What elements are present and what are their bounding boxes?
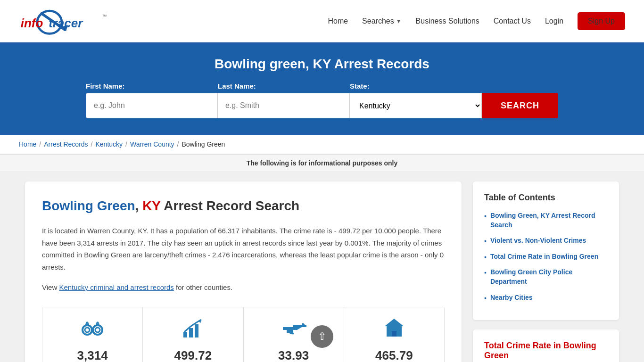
svg-point-6 [83, 325, 92, 335]
logo[interactable]: info tracer ™ [19, 6, 115, 36]
svg-text:tracer: tracer [49, 16, 83, 30]
breadcrumb-bowling-green: Bowling Green [182, 140, 225, 148]
toc-box: Table of Contents ▪ Bowling Green, KY Ar… [473, 181, 619, 320]
header: info tracer ™ Home Searches ▼ Business S… [0, 0, 644, 42]
toc-link-2[interactable]: Violent vs. Non-Violent Crimes [490, 236, 586, 246]
scroll-up-button[interactable]: ⇧ [311, 325, 333, 348]
toc-link-1[interactable]: Bowling Green, KY Arrest Record Search [490, 211, 608, 230]
breadcrumb-warren-county[interactable]: Warren County [130, 140, 174, 148]
gun-icon [280, 316, 307, 344]
hero-title: Bowling green, KY Arrest Records [19, 57, 625, 72]
svg-point-7 [93, 325, 102, 335]
last-name-group: Last Name: [218, 82, 350, 118]
last-name-input[interactable] [218, 93, 350, 118]
main-description: It is located in Warren County, KY. It h… [42, 225, 445, 273]
toc-list: ▪ Bowling Green, KY Arrest Record Search… [484, 211, 608, 302]
toc-bullet-5: ▪ [484, 294, 487, 302]
crime-rate-title: Total Crime Rate in Bowling Green [484, 341, 608, 361]
stats-row: 3,314 499.72 [42, 307, 445, 362]
chart-icon [181, 316, 205, 344]
svg-text:info: info [21, 16, 43, 30]
hero-section: Bowling green, KY Arrest Records First N… [0, 42, 644, 135]
toc-bullet-3: ▪ [484, 253, 487, 261]
breadcrumb-sep-2: / [91, 140, 93, 148]
nav-searches[interactable]: Searches ▼ [362, 17, 401, 25]
toc-bullet-4: ▪ [484, 269, 487, 276]
nav-home[interactable]: Home [328, 17, 348, 25]
breadcrumb-arrest-records[interactable]: Arrest Records [44, 140, 88, 148]
svg-point-10 [95, 328, 100, 332]
toc-item-3: ▪ Total Crime Rate in Bowling Green [484, 252, 608, 262]
stat-violent-value: 33.93 [278, 348, 309, 362]
chevron-down-icon: ▼ [396, 18, 402, 25]
stat-property-value: 465.79 [375, 348, 413, 362]
svg-rect-13 [183, 332, 187, 337]
stat-crime-rate: 499.72 [143, 307, 243, 362]
breadcrumb-sep-1: / [39, 140, 41, 148]
nav-contact-us[interactable]: Contact Us [494, 17, 531, 25]
toc-bullet-2: ▪ [484, 237, 487, 245]
first-name-group: First Name: [86, 82, 218, 118]
nav-login[interactable]: Login [545, 17, 563, 25]
breadcrumb: Home / Arrest Records / Kentucky / Warre… [0, 135, 644, 154]
toc-title: Table of Contents [484, 193, 608, 203]
toc-item-1: ▪ Bowling Green, KY Arrest Record Search [484, 211, 608, 230]
breadcrumb-home[interactable]: Home [19, 140, 36, 148]
nav-signup[interactable]: Sign Up [578, 12, 625, 30]
first-name-input[interactable] [86, 93, 218, 118]
search-button[interactable]: SEARCH [482, 93, 558, 118]
svg-point-9 [85, 328, 90, 332]
main-nav: Home Searches ▼ Business Solutions Conta… [328, 12, 625, 30]
main-description2: View Kentucky criminal and arrest record… [42, 281, 445, 294]
search-form: First Name: Last Name: State: Kentucky A… [63, 82, 581, 118]
heading-city: Bowling Green [42, 198, 135, 213]
toc-item-4: ▪ Bowling Green City Police Department [484, 268, 608, 286]
sidebar: Table of Contents ▪ Bowling Green, KY Ar… [473, 181, 619, 362]
crime-rate-box: Total Crime Rate in Bowling Green [473, 329, 619, 362]
stat-arrests: 3,314 [42, 307, 143, 362]
svg-rect-12 [96, 323, 99, 326]
toc-link-4[interactable]: Bowling Green City Police Department [490, 268, 608, 286]
toc-item-5: ▪ Nearby Cities [484, 293, 608, 303]
svg-rect-14 [189, 328, 193, 337]
left-content: Bowling Green, KY Arrest Record Search I… [25, 181, 462, 362]
svg-text:™: ™ [102, 14, 107, 19]
info-banner: The following is for informational purpo… [0, 154, 644, 172]
heading-state: KY [142, 198, 160, 213]
toc-bullet-1: ▪ [484, 212, 487, 220]
state-select[interactable]: Kentucky Alabama Alaska Arizona Arkansas… [350, 93, 482, 118]
nav-business-solutions[interactable]: Business Solutions [416, 17, 479, 25]
svg-rect-11 [85, 323, 89, 326]
house-icon [382, 316, 406, 344]
svg-rect-15 [195, 324, 198, 337]
handcuffs-icon [80, 316, 105, 344]
svg-rect-19 [392, 331, 396, 337]
stat-arrests-value: 3,314 [77, 348, 108, 362]
ky-records-link[interactable]: Kentucky criminal and arrest records [59, 283, 173, 291]
toc-item-2: ▪ Violent vs. Non-Violent Crimes [484, 236, 608, 246]
stat-property: 465.79 [344, 307, 444, 362]
svg-rect-17 [302, 325, 306, 327]
page-heading: Bowling Green, KY Arrest Record Search [42, 198, 445, 214]
breadcrumb-kentucky[interactable]: Kentucky [96, 140, 123, 148]
state-group: State: Kentucky Alabama Alaska Arizona A… [350, 82, 482, 118]
stat-crime-rate-value: 499.72 [174, 348, 212, 362]
state-label: State: [350, 82, 370, 90]
breadcrumb-sep-4: / [177, 140, 179, 148]
heading-rest: Arrest Record Search [164, 198, 299, 213]
first-name-label: First Name: [86, 82, 125, 90]
last-name-label: Last Name: [218, 82, 256, 90]
breadcrumb-sep-3: / [125, 140, 127, 148]
toc-link-5[interactable]: Nearby Cities [490, 293, 532, 303]
toc-link-3[interactable]: Total Crime Rate in Bowling Green [490, 252, 598, 262]
